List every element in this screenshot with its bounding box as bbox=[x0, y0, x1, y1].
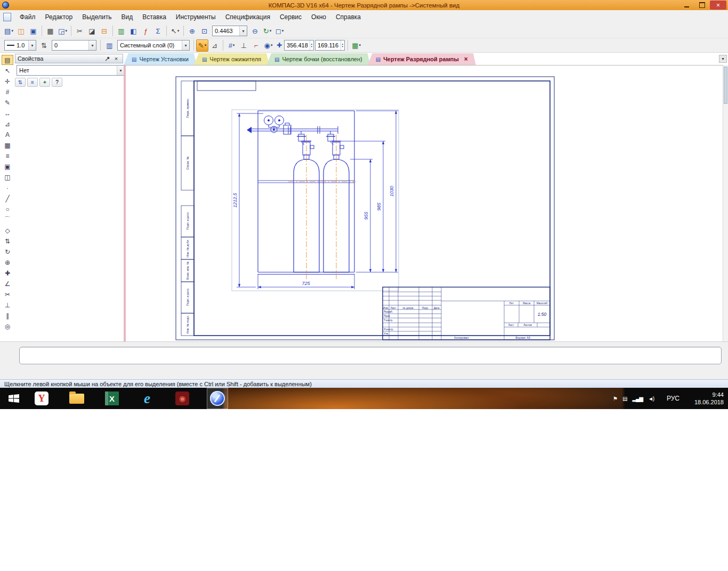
paste-button[interactable]: ⊟ bbox=[98, 25, 110, 37]
maximize-button[interactable] bbox=[694, 1, 710, 10]
close-panel-icon[interactable]: × bbox=[112, 55, 120, 62]
zoom-out-button[interactable]: ⊖ bbox=[249, 25, 261, 37]
ortho-button[interactable]: ⊥ bbox=[238, 39, 250, 52]
taskbar-kompas-icon[interactable] bbox=[207, 388, 228, 409]
spin-down-icon[interactable]: ▾ bbox=[341, 45, 345, 48]
select-tool-button[interactable]: ↖ bbox=[2, 66, 13, 76]
spinner[interactable]: ▴▾ bbox=[310, 40, 314, 50]
drawing-canvas[interactable]: Перв. примен. Справ. № Подп. и дата Инв.… bbox=[124, 65, 723, 341]
color-button[interactable]: ✎▾ bbox=[196, 39, 208, 52]
fx-button[interactable]: ƒ bbox=[140, 25, 152, 37]
point-tool-button[interactable]: ∙ bbox=[2, 183, 13, 193]
properties-value-combo[interactable]: Нет ▾ bbox=[17, 65, 125, 76]
taskbar-folder-icon[interactable] bbox=[66, 388, 87, 409]
minimize-button[interactable] bbox=[679, 1, 694, 10]
open-button[interactable]: ◫ bbox=[15, 25, 27, 37]
properties-tool-button[interactable]: ▤ bbox=[2, 55, 13, 65]
taskbar-ie-icon[interactable]: e bbox=[136, 388, 158, 409]
parallel-tool-button[interactable]: ∥ bbox=[2, 311, 13, 321]
text-tool-button[interactable]: A bbox=[2, 129, 13, 140]
table-tool-button[interactable]: ≡ bbox=[2, 151, 13, 161]
zoom-frame-button[interactable]: ⊡ bbox=[198, 25, 211, 37]
x-coordinate-field[interactable]: 356.418 ▴▾ bbox=[284, 40, 314, 51]
title-bar[interactable]: КОМПАС-3D V16 x64 - Чертеж Разрядной рам… bbox=[0, 0, 728, 10]
menu-item[interactable]: Вставка bbox=[137, 10, 171, 24]
tray-network-icon[interactable]: ▂▄▆ bbox=[632, 396, 642, 402]
layer-combo[interactable]: Системный слой (0) ▾ bbox=[117, 40, 190, 51]
angle-dimension-tool-button[interactable]: ∠ bbox=[2, 279, 13, 289]
angle-button[interactable]: ⊿ bbox=[208, 39, 221, 52]
cut-button[interactable]: ✂ bbox=[74, 25, 86, 37]
spinner[interactable]: ▴▾ bbox=[341, 40, 345, 50]
zoom-in-button[interactable]: ⊕ bbox=[186, 25, 198, 37]
snap-button[interactable]: ◉▾ bbox=[262, 39, 274, 52]
menu-item[interactable]: Инструменты bbox=[171, 10, 221, 24]
pin-icon[interactable] bbox=[103, 55, 112, 62]
new-document-button[interactable]: ▤▾ bbox=[3, 25, 15, 37]
hatch-tool-button[interactable]: ▦ bbox=[2, 140, 13, 150]
scrollbar-thumb[interactable] bbox=[724, 67, 727, 104]
zoom-combo[interactable]: 0.4463 ▾ bbox=[212, 26, 247, 36]
perpendicular-tool-button[interactable]: ⊥ bbox=[2, 300, 13, 310]
grid-button[interactable]: #▾ bbox=[225, 39, 238, 52]
tab-list-button[interactable]: ▾ bbox=[719, 55, 727, 63]
spin-down-icon[interactable]: ▾ bbox=[310, 45, 314, 48]
menu-item[interactable]: Редактор bbox=[41, 10, 78, 24]
refresh-button[interactable]: ✦ bbox=[39, 78, 50, 87]
sort-ascending-button[interactable]: ⇅ bbox=[15, 78, 26, 87]
menu-item[interactable]: Сервис bbox=[275, 10, 306, 24]
properties-panel-header[interactable]: Свойства × bbox=[15, 54, 123, 63]
line-width-combo[interactable]: 1.0 ▾ bbox=[4, 40, 36, 51]
menu-item[interactable]: Окно bbox=[306, 10, 331, 24]
polygon-tool-button[interactable]: ◇ bbox=[2, 225, 13, 235]
menu-item[interactable]: Справка bbox=[331, 10, 366, 24]
copy-button[interactable]: ◪ bbox=[86, 25, 98, 37]
group-list-button[interactable]: ≡ bbox=[27, 78, 38, 87]
designations-tool-button[interactable]: ⊿ bbox=[2, 119, 13, 129]
spec-manager-button[interactable]: ▥ bbox=[115, 25, 127, 37]
tab-chertezh-razryadnoy-rampy[interactable]: ▤ Чертеж Разрядной рампы × bbox=[368, 53, 476, 65]
taskbar-yandex-icon[interactable]: Y bbox=[31, 388, 52, 409]
geometry-tool-button[interactable]: ✎ bbox=[2, 97, 13, 108]
close-button[interactable]: × bbox=[710, 1, 726, 10]
tray-volume-icon[interactable]: ◄) bbox=[648, 396, 654, 402]
pan-tool-button[interactable]: ✚ bbox=[2, 268, 13, 278]
rotate-tool-button[interactable]: ↻ bbox=[2, 247, 13, 257]
tray-flag-icon[interactable]: ⚑ bbox=[613, 396, 617, 402]
tab-chertezh-ustanovki[interactable]: ▤ Чертеж Установки bbox=[124, 53, 197, 65]
line-width-options-button[interactable]: ⇅ bbox=[38, 39, 50, 52]
menu-item[interactable]: Спецификация bbox=[221, 10, 275, 24]
views-tool-button[interactable]: ▣ bbox=[2, 161, 13, 172]
arc-tool-button[interactable]: ⌒ bbox=[2, 215, 13, 225]
segment-tool-button[interactable]: ╱ bbox=[2, 193, 13, 203]
y-coordinate-field[interactable]: 169.116 ▴▾ bbox=[315, 40, 345, 51]
message-input-bar[interactable] bbox=[19, 347, 722, 364]
print-preview-button[interactable]: ◲▾ bbox=[56, 25, 69, 37]
close-tab-icon[interactable]: × bbox=[464, 55, 468, 63]
save-button[interactable]: ▣ bbox=[27, 25, 39, 37]
style-combo[interactable]: 0 ▾ bbox=[52, 40, 96, 51]
tray-display-icon[interactable]: ▤ bbox=[622, 396, 627, 402]
grid-tool-button[interactable]: # bbox=[2, 87, 13, 97]
fragment-tool-button[interactable]: ◫ bbox=[2, 172, 13, 182]
layers-button[interactable]: ▥ bbox=[103, 39, 116, 52]
zoom-tool-button[interactable]: ⊕ bbox=[2, 257, 13, 267]
corner-button[interactable]: ⌐ bbox=[250, 39, 262, 52]
move-tool-button[interactable]: ⇅ bbox=[2, 236, 13, 246]
menu-item[interactable]: Вид bbox=[117, 10, 138, 24]
circle-tool-button[interactable]: ○ bbox=[2, 204, 13, 214]
start-button[interactable] bbox=[0, 388, 28, 409]
context-help-button[interactable]: ↖▾ bbox=[169, 25, 181, 37]
help-button[interactable]: ? bbox=[52, 78, 62, 87]
center-tool-button[interactable]: ◎ bbox=[2, 321, 13, 331]
variables-button[interactable]: Σ bbox=[152, 25, 164, 37]
tab-chertezh-bochki[interactable]: ▤ Чертеж бочки (восстановлен) bbox=[266, 53, 370, 65]
show-all-button[interactable]: ◻▾ bbox=[273, 25, 286, 37]
trim-tool-button[interactable]: ✂ bbox=[2, 289, 13, 299]
vertical-scrollbar[interactable] bbox=[723, 65, 728, 341]
menu-item[interactable]: Файл bbox=[15, 10, 41, 24]
menu-item[interactable]: Выделить bbox=[77, 10, 116, 24]
view-camera-button[interactable]: ▦▾ bbox=[350, 39, 362, 52]
print-button[interactable]: ▦ bbox=[44, 25, 56, 37]
tab-chertezh-ozhizhitelya[interactable]: ▤ Чертеж ожижителя bbox=[194, 53, 269, 65]
